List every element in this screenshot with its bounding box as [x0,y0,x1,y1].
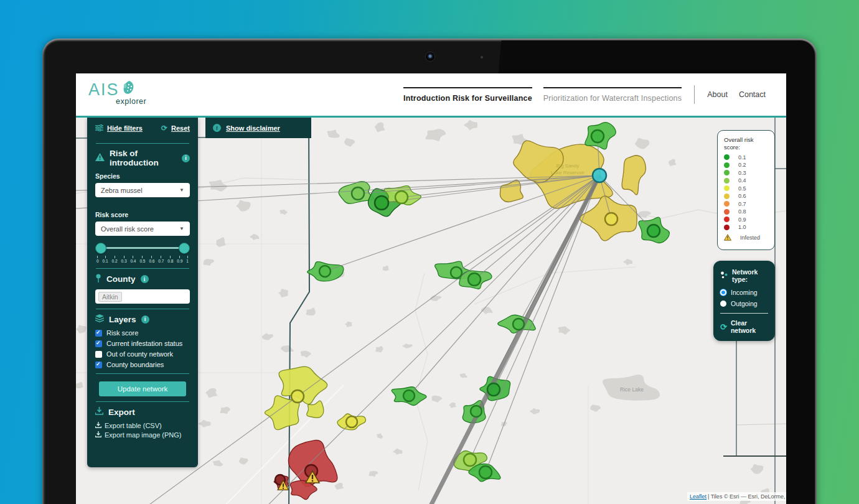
legend-item: 0.3 [724,170,768,176]
species-value: Zebra mussel [101,187,143,194]
checkbox[interactable] [95,340,102,347]
lake-marker[interactable] [352,187,364,200]
divider [96,143,189,144]
show-disclaimer-button[interactable]: Show disclaimer [226,124,280,132]
legend-color-dot [724,162,730,168]
lake-marker[interactable] [403,390,415,401]
risk-range-slider[interactable] [96,242,189,256]
radio-button[interactable] [720,289,726,296]
lake-marker[interactable] [479,466,492,478]
risk-info-icon[interactable]: i [182,154,190,162]
lake-marker[interactable] [451,267,462,278]
radio-button[interactable] [720,301,726,307]
slider-tick: 0.5 [139,256,145,263]
lake-marker[interactable] [346,416,357,427]
slider-handle-min[interactable] [95,243,106,254]
risk-score-select[interactable]: Overall risk score ▼ [95,222,190,236]
hide-filters-button[interactable]: Hide filters [107,124,143,132]
disclaimer-bar: ! Show disclaimer [205,118,311,138]
update-network-button[interactable]: Update network [99,381,186,396]
divider [96,268,189,269]
webcam-indicator [481,56,483,58]
infested-warning-icon [724,232,731,243]
logo[interactable]: AIS explorer [88,80,146,106]
slider-tick: 0.1 [103,256,108,263]
slider-ticks: 00.10.20.30.40.50.60.70.80.91 [96,256,189,263]
species-select[interactable]: Zebra mussel ▼ [95,183,190,197]
checkbox[interactable] [95,330,102,337]
map-pin-icon [95,274,101,284]
nav-link-about[interactable]: About [707,90,728,99]
network-option-incoming[interactable]: Incoming [720,289,768,296]
lake-marker[interactable] [464,454,476,466]
legend-label: 0.7 [738,201,746,207]
reset-button[interactable]: Reset [171,124,190,132]
slider-tick: 1 [186,256,189,263]
lake-marker[interactable] [468,273,481,286]
layer-checkbox-row[interactable]: Current infestation status [95,340,190,347]
legend-label: 0.5 [738,185,746,192]
lake-marker[interactable] [487,383,500,396]
network-option-outgoing[interactable]: Outgoing [720,300,768,307]
download-icon [95,422,101,429]
leaflet-link[interactable]: Leaflet [690,493,706,500]
lake-marker[interactable] [471,406,482,417]
lake-marker[interactable] [605,213,617,225]
warning-triangle-icon [95,153,105,163]
lake-marker[interactable] [647,225,660,237]
layer-checkbox-row[interactable]: Out of county network [95,350,190,358]
legend-color-dot [724,154,730,160]
legend-color-dot [724,185,730,191]
slider-tick: 0.3 [121,256,126,263]
legend-item: Infested [724,232,768,243]
risk-score-label: Risk score [95,211,190,218]
export-link-label: Export map image (PNG) [105,431,181,439]
legend-color-dot [724,178,730,184]
legend-label: 0.8 [738,208,746,215]
laptop-frame: AIS explorer Introduction Risk for Sur [42,39,817,504]
layer-checkbox-row[interactable]: County boundaries [95,361,190,368]
lake-marker[interactable] [513,319,524,330]
lake-marker[interactable] [593,169,606,182]
legend-label: 1.0 [738,224,746,230]
county-chip[interactable]: Aitkin [98,292,122,302]
network-option-label: Incoming [731,289,758,296]
legend-color-dot [724,225,730,230]
slider-tick: 0.7 [158,256,164,263]
layers-info-icon[interactable]: i [141,315,149,324]
legend-label: 0.3 [738,170,746,176]
main-nav: Introduction Risk for SurveillancePriori… [403,73,766,116]
nav-tab[interactable]: Introduction Risk for Surveillance [403,87,532,103]
legend-item: 0.2 [724,162,768,168]
clear-network-button[interactable]: ⟳ Clear network [720,319,768,334]
risk-section-title: Risk of introduction [110,149,177,167]
legend-color-dot [724,217,730,222]
nav-link-contact[interactable]: Contact [739,90,766,99]
slider-handle-max[interactable] [179,243,190,254]
lake-marker[interactable] [375,196,388,210]
svg-text:Big Sandy: Big Sandy [556,163,579,169]
legend-label: 0.1 [738,154,746,161]
checkbox[interactable] [95,351,102,358]
nav-tab[interactable]: Prioritization for Watercraft Inspection… [543,87,682,103]
lake-marker[interactable] [591,130,604,142]
county-input[interactable]: Aitkin [95,289,190,304]
network-icon [720,271,728,281]
divider [720,313,768,314]
layer-checkbox-row[interactable]: Risk score [95,329,190,337]
svg-text:Rice Lake: Rice Lake [620,386,644,393]
checkbox[interactable] [95,362,102,368]
risk-legend: Overall risk score: 0.10.20.30.40.50.60.… [717,130,775,250]
export-link[interactable]: Export table (CSV) [95,422,190,429]
county-info-icon[interactable]: i [141,275,149,283]
export-link[interactable]: Export map image (PNG) [95,431,190,439]
lake-marker[interactable] [319,266,331,277]
lake-marker[interactable] [395,191,408,203]
slider-tick: 0 [96,256,99,263]
lake-marker[interactable] [291,390,304,403]
network-type-panel: Network type: IncomingOutgoing ⟳ Clear n… [713,261,775,341]
download-icon [95,407,103,417]
legend-item: 0.1 [724,154,768,161]
refresh-icon: ⟳ [720,322,727,332]
legend-color-dot [724,201,730,207]
